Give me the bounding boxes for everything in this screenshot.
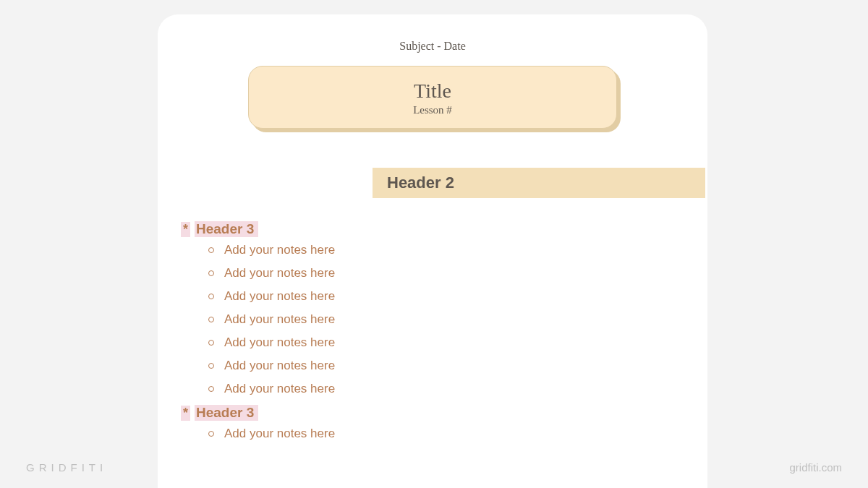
list-item: Add your notes here — [208, 427, 499, 441]
header2-text: Header 2 — [387, 174, 691, 192]
bullet-icon — [208, 270, 214, 276]
header3-text: Header 3 — [195, 405, 258, 421]
bullet-icon — [208, 363, 214, 369]
list-item: Add your notes here — [208, 335, 499, 350]
bullet-icon — [208, 431, 214, 437]
header3-row: * Header 3 — [181, 405, 499, 421]
header3-row: * Header 3 — [181, 221, 499, 237]
asterisk-icon: * — [181, 406, 190, 421]
list-item: Add your notes here — [208, 266, 499, 281]
note-text: Add your notes here — [224, 359, 335, 373]
content-section: * Header 3 Add your notes here Add your … — [181, 217, 499, 450]
title-subtitle: Lesson # — [263, 104, 602, 116]
list-item: Add your notes here — [208, 359, 499, 373]
note-text: Add your notes here — [224, 335, 335, 350]
note-text: Add your notes here — [224, 427, 335, 441]
list-item: Add your notes here — [208, 312, 499, 327]
title-box-wrapper: Title Lesson # — [248, 66, 617, 129]
bullet-icon — [208, 340, 214, 346]
bullet-icon — [208, 247, 214, 253]
subject-date-label: Subject - Date — [179, 40, 686, 53]
list-item: Add your notes here — [208, 382, 499, 396]
note-text: Add your notes here — [224, 289, 335, 304]
bullet-icon — [208, 294, 214, 299]
bullet-icon — [208, 317, 214, 322]
note-text: Add your notes here — [224, 312, 335, 327]
note-text: Add your notes here — [224, 243, 335, 257]
list-item: Add your notes here — [208, 243, 499, 257]
bullet-icon — [208, 386, 214, 392]
header2-bar: Header 2 — [373, 168, 705, 198]
header3-text: Header 3 — [195, 221, 258, 237]
watermark-left: GRIDFITI — [26, 461, 107, 474]
title-main: Title — [263, 80, 602, 103]
list-item: Add your notes here — [208, 289, 499, 304]
note-text: Add your notes here — [224, 382, 335, 396]
title-box: Title Lesson # — [248, 66, 617, 129]
asterisk-icon: * — [181, 222, 190, 237]
watermark-right: gridfiti.com — [789, 461, 842, 474]
note-text: Add your notes here — [224, 266, 335, 281]
document-card: Subject - Date Title Lesson # Header 2 *… — [158, 14, 707, 488]
